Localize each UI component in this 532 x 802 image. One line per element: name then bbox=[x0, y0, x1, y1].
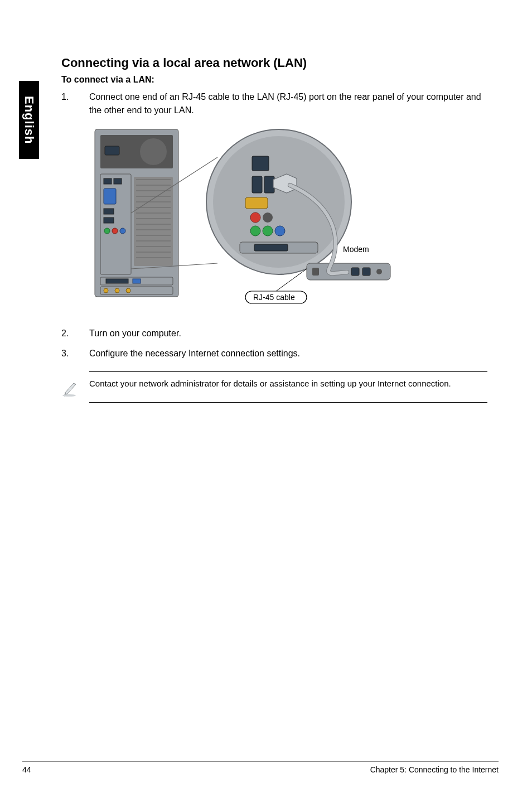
svg-rect-9 bbox=[104, 218, 114, 223]
step-text: Connect one end of an RJ-45 cable to the… bbox=[89, 90, 487, 117]
svg-rect-52 bbox=[312, 268, 319, 276]
connection-diagram: Modem RJ-45 cable bbox=[89, 124, 487, 310]
svg-rect-54 bbox=[362, 268, 370, 276]
svg-point-12 bbox=[120, 228, 125, 234]
svg-point-33 bbox=[104, 288, 108, 293]
svg-rect-8 bbox=[104, 209, 114, 214]
chapter-label: Chapter 5: Connecting to the Internet bbox=[370, 765, 499, 774]
svg-rect-31 bbox=[133, 279, 141, 283]
document-page: English Connecting via a local area netw… bbox=[0, 0, 532, 802]
svg-rect-32 bbox=[100, 287, 173, 294]
note-text: Contact your network administrator for d… bbox=[89, 378, 487, 389]
svg-rect-7 bbox=[104, 189, 116, 204]
modem-label: Modem bbox=[343, 245, 369, 254]
svg-rect-43 bbox=[245, 197, 268, 209]
svg-point-45 bbox=[263, 212, 273, 223]
step-1: 1. Connect one end of an RJ-45 cable to … bbox=[61, 90, 487, 117]
note-icon bbox=[61, 378, 89, 397]
page-number: 44 bbox=[22, 765, 31, 774]
svg-rect-53 bbox=[351, 268, 359, 276]
language-tab: English bbox=[19, 81, 39, 159]
cable-label: RJ-45 cable bbox=[253, 293, 295, 302]
language-tab-label: English bbox=[22, 96, 36, 144]
svg-point-34 bbox=[115, 288, 119, 293]
step-number: 3. bbox=[61, 347, 89, 360]
svg-rect-41 bbox=[252, 176, 262, 193]
svg-point-48 bbox=[275, 226, 285, 236]
svg-rect-3 bbox=[105, 146, 119, 155]
svg-rect-5 bbox=[104, 178, 112, 184]
step-text: Configure the necessary Internet connect… bbox=[89, 347, 487, 360]
diagram-svg: Modem RJ-45 cable bbox=[89, 124, 402, 308]
svg-point-44 bbox=[250, 212, 260, 223]
svg-point-2 bbox=[140, 138, 167, 165]
step-text: Turn on your computer. bbox=[89, 327, 487, 340]
svg-point-55 bbox=[376, 269, 382, 274]
svg-rect-40 bbox=[252, 156, 269, 171]
svg-point-47 bbox=[263, 226, 273, 236]
step-2: 2. Turn on your computer. bbox=[61, 327, 487, 340]
svg-rect-42 bbox=[264, 176, 274, 193]
svg-rect-50 bbox=[254, 244, 288, 251]
svg-point-58 bbox=[62, 394, 76, 397]
step-number: 2. bbox=[61, 327, 89, 340]
svg-point-46 bbox=[250, 226, 260, 236]
section-subheading: To connect via a LAN: bbox=[61, 75, 487, 85]
note-block: Contact your network administrator for d… bbox=[61, 371, 487, 403]
svg-point-35 bbox=[126, 288, 130, 293]
step-number: 1. bbox=[61, 90, 89, 117]
note-rule-bottom bbox=[89, 402, 487, 403]
svg-rect-30 bbox=[106, 279, 128, 283]
svg-rect-6 bbox=[114, 178, 122, 184]
step-3: 3. Configure the necessary Internet conn… bbox=[61, 347, 487, 360]
section-heading: Connecting via a local area network (LAN… bbox=[61, 56, 487, 70]
svg-point-10 bbox=[104, 228, 110, 234]
svg-point-11 bbox=[112, 228, 118, 234]
page-footer: 44 Chapter 5: Connecting to the Internet bbox=[22, 761, 499, 774]
